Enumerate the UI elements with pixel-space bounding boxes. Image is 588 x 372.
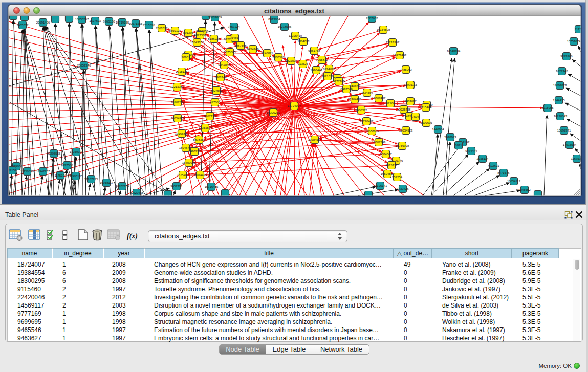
- svg-text:9242848: 9242848: [218, 63, 230, 67]
- svg-text:10958117: 10958117: [100, 181, 114, 184]
- svg-text:6961758: 6961758: [308, 49, 320, 52]
- svg-text:17957225: 17957225: [84, 178, 98, 181]
- svg-text:8660124: 8660124: [169, 29, 181, 32]
- svg-text:39159: 39159: [8, 169, 17, 172]
- svg-text:10688609: 10688609: [365, 129, 379, 133]
- svg-text:11325419: 11325419: [289, 34, 302, 37]
- svg-text:17359924: 17359924: [70, 150, 83, 154]
- svg-text:12353594: 12353594: [199, 126, 212, 129]
- svg-text:17016504: 17016504: [563, 143, 577, 146]
- svg-text:1990443: 1990443: [310, 69, 322, 72]
- svg-text:62160: 62160: [386, 102, 395, 105]
- svg-text:10107554: 10107554: [171, 101, 185, 104]
- svg-text:21364436: 21364436: [348, 98, 362, 101]
- svg-text:18724007: 18724007: [288, 104, 301, 107]
- svg-text:9245652: 9245652: [518, 188, 531, 191]
- svg-text:10654112: 10654112: [507, 180, 521, 183]
- svg-text:20691406: 20691406: [36, 21, 50, 24]
- svg-text:8878352: 8878352: [193, 138, 205, 141]
- svg-text:12975115: 12975115: [404, 83, 418, 86]
- svg-text:9084067: 9084067: [380, 152, 392, 156]
- svg-text:9115460: 9115460: [420, 106, 432, 109]
- svg-text:2718126: 2718126: [176, 70, 188, 73]
- svg-text:6794028: 6794028: [323, 68, 335, 71]
- svg-text:11156829: 11156829: [20, 170, 34, 173]
- svg-text:12942757: 12942757: [36, 170, 50, 173]
- svg-text:16154808: 16154808: [377, 28, 390, 31]
- svg-text:7955812: 7955812: [316, 58, 328, 61]
- svg-text:10807487: 10807487: [372, 97, 386, 100]
- svg-text:7625402: 7625402: [177, 173, 189, 177]
- svg-text:1621072: 1621072: [321, 75, 334, 78]
- svg-text:2588520: 2588520: [272, 56, 285, 59]
- svg-text:1440954: 1440954: [432, 128, 444, 131]
- svg-text:16648784: 16648784: [447, 50, 461, 53]
- svg-text:891295: 891295: [183, 31, 194, 34]
- svg-text:20053346: 20053346: [77, 64, 91, 67]
- svg-text:113626: 113626: [298, 62, 308, 65]
- svg-text:10719155: 10719155: [116, 21, 129, 24]
- svg-text:10025438: 10025438: [397, 108, 411, 111]
- svg-text:417006: 417006: [210, 101, 221, 104]
- svg-text:10973493: 10973493: [393, 54, 407, 57]
- svg-text:12213389: 12213389: [170, 85, 184, 89]
- svg-text:9327506: 9327506: [194, 34, 206, 37]
- svg-text:7632621: 7632621: [487, 164, 499, 167]
- svg-text:15409948: 15409948: [182, 161, 196, 164]
- svg-text:1615132: 1615132: [385, 164, 398, 167]
- svg-text:3875685: 3875685: [224, 51, 236, 54]
- svg-text:8813054: 8813054: [268, 18, 280, 21]
- svg-text:8267130: 8267130: [204, 115, 216, 118]
- svg-text:16033809: 16033809: [208, 16, 222, 19]
- svg-text:9397586: 9397586: [61, 164, 73, 167]
- svg-text:6966160: 6966160: [103, 20, 115, 23]
- svg-text:8454749: 8454749: [247, 48, 259, 51]
- svg-text:2967608: 2967608: [234, 44, 247, 47]
- svg-text:14136141: 14136141: [374, 184, 387, 187]
- svg-text:15751074: 15751074: [567, 40, 581, 43]
- svg-text:1145194: 1145194: [55, 174, 67, 177]
- svg-text:7857224: 7857224: [228, 25, 240, 28]
- svg-text:8186328: 8186328: [208, 37, 220, 40]
- svg-text:7986372: 7986372: [355, 108, 367, 112]
- svg-text:9777169: 9777169: [333, 80, 345, 83]
- svg-text:1864093: 1864093: [297, 40, 310, 43]
- svg-text:5938923: 5938923: [444, 136, 456, 139]
- svg-text:9463627: 9463627: [404, 100, 417, 103]
- svg-text:5466: 5466: [231, 36, 238, 39]
- svg-text:2803144: 2803144: [214, 76, 227, 79]
- svg-text:1527602: 1527602: [89, 19, 101, 23]
- svg-text:15720407: 15720407: [360, 120, 374, 123]
- svg-text:9146821: 9146821: [261, 52, 273, 55]
- svg-text:15716485: 15716485: [205, 185, 219, 188]
- svg-text:9329966: 9329966: [560, 55, 573, 58]
- svg-text:8427552: 8427552: [210, 89, 223, 92]
- svg-text:9227342: 9227342: [556, 70, 568, 73]
- svg-text:16914479: 16914479: [193, 173, 207, 177]
- svg-text:9699695: 9699695: [420, 121, 432, 124]
- svg-text:19384554: 19384554: [308, 138, 322, 141]
- svg-text:19166827: 19166827: [175, 132, 189, 135]
- svg-text:3824554: 3824554: [361, 91, 373, 94]
- svg-text:7663822: 7663822: [156, 27, 168, 30]
- svg-text:10671355: 10671355: [129, 22, 143, 25]
- svg-text:7485063: 7485063: [400, 68, 412, 71]
- svg-text:12213967: 12213967: [386, 41, 400, 44]
- svg-text:18300295: 18300295: [267, 111, 280, 114]
- svg-text:6871: 6871: [455, 144, 462, 147]
- svg-text:10654925: 10654925: [171, 117, 185, 120]
- svg-text:7504: 7504: [412, 115, 419, 118]
- svg-text:16782759: 16782759: [116, 185, 129, 188]
- svg-text:16210643: 16210643: [554, 115, 568, 118]
- svg-text:15692971: 15692971: [557, 129, 571, 132]
- svg-text:12093823: 12093823: [553, 84, 567, 87]
- svg-text:9474444: 9474444: [465, 149, 477, 152]
- svg-text:1405572: 1405572: [16, 24, 29, 27]
- svg-text:19654923: 19654923: [399, 129, 413, 132]
- svg-text:98901: 98901: [182, 56, 190, 59]
- svg-text:19218506: 19218506: [278, 25, 292, 28]
- svg-text:9457791: 9457791: [170, 185, 183, 188]
- svg-text:1733426: 1733426: [397, 187, 409, 190]
- svg-text:7515526: 7515526: [143, 24, 155, 27]
- svg-text:f(x): f(x): [127, 232, 138, 240]
